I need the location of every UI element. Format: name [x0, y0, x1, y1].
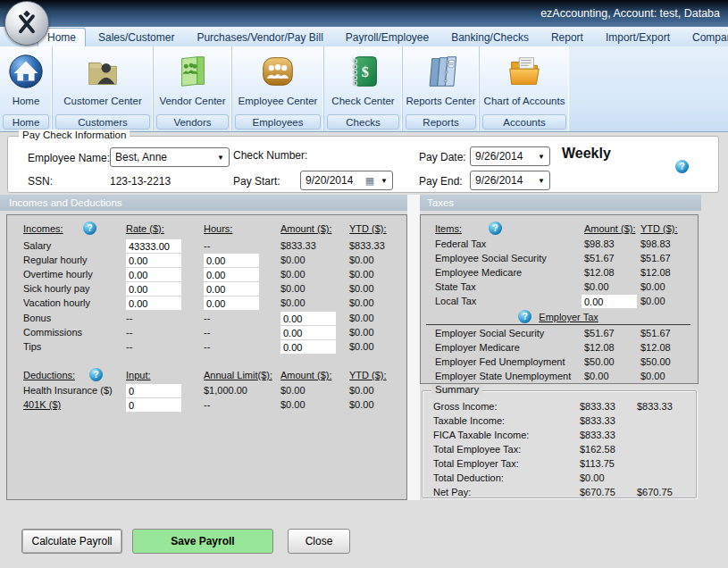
tab-payroll-employee[interactable]: Payroll/Employee	[336, 28, 439, 46]
bonus-amount-input[interactable]	[280, 312, 336, 325]
employee-name-label: Employee Name:	[28, 152, 110, 164]
rate-column-header: Rate ($):	[126, 223, 164, 234]
deductions-column-header: Deductions:	[23, 370, 75, 380]
summary-row-taxable-income: Taxable Income: $833.33	[423, 415, 696, 430]
income-row-regular-hourly: Regular hourly $0.00 $0.00	[7, 255, 406, 269]
tax-row-employer-social-security: Employer Social Security $51.67 $51.67	[421, 328, 698, 342]
svg-text:$: $	[361, 64, 368, 80]
ribbon-check-center-button[interactable]: $ Check Center Checks	[324, 46, 403, 131]
overtime-hourly-rate-input[interactable]	[126, 268, 181, 281]
pay-start-datepicker[interactable]: 9/20/2014 ▦ ▼	[300, 171, 393, 190]
incomes-section-header: Incomes and Deductions	[0, 195, 407, 211]
panel-gap	[407, 195, 420, 500]
vacation-hourly-rate-input[interactable]	[126, 297, 181, 310]
ssn-value: 123-13-2213	[110, 175, 171, 188]
save-payroll-button[interactable]: Save Payroll	[132, 529, 273, 554]
chevron-down-icon: ▼	[213, 154, 224, 162]
close-button[interactable]: Close	[288, 529, 350, 554]
ribbon-employee-center-button[interactable]: Employee Center Employees	[232, 46, 324, 131]
sick-hourly-hours-input[interactable]	[204, 282, 259, 296]
tax-row-employer-fed-unemployment: Employer Fed Unemployment $50.00 $50.00	[421, 356, 698, 371]
paycheck-legend: Pay Check Information	[19, 129, 130, 140]
reports-center-icon	[422, 48, 461, 95]
income-row-sick-hourly-pay: Sick hourly pay $0.00 $0.00	[7, 283, 406, 297]
income-row-bonus: Bonus -- -- $0.00	[7, 313, 406, 327]
tax-row-employee-medicare: Employee Medicare $12.08 $12.08	[421, 267, 698, 281]
hours-column-header: Hours:	[204, 223, 232, 234]
pay-end-label: Pay End:	[419, 175, 463, 188]
ribbon-home-button[interactable]: Home Home	[0, 46, 53, 131]
regular-hourly-rate-input[interactable]	[126, 254, 181, 267]
tax-row-state: State Tax $0.00 $0.00	[421, 281, 698, 296]
app-logo-button[interactable]	[4, 1, 49, 46]
vendor-center-icon	[173, 48, 213, 95]
employee-name-dropdown[interactable]: Best, Anne ▼	[110, 147, 230, 167]
ribbon-customer-center-button[interactable]: Customer Center Customers	[53, 46, 154, 131]
pay-date-dropdown[interactable]: 9/26/2014 ▼	[470, 146, 550, 166]
deduction-row-health-insurance: Health Insurance ($) $1,000.00 $0.00 $0.…	[7, 385, 406, 399]
summary-groupbox: Summary Gross Income: $833.33 $833.33 Ta…	[422, 390, 697, 498]
commissions-amount-input[interactable]	[280, 326, 336, 339]
app-logo-icon	[12, 8, 42, 38]
tax-row-employer-medicare: Employer Medicare $12.08 $12.08	[421, 342, 698, 356]
ribbon-caption-checks: Checks	[327, 114, 399, 129]
tab-purchases-vendor-pay-bill[interactable]: Purchases/Vendor/Pay Bill	[187, 28, 332, 46]
paycheck-help-icon[interactable]	[675, 160, 689, 173]
incomes-help-icon[interactable]	[83, 221, 96, 235]
income-row-commissions: Commissions -- -- $0.00	[7, 327, 406, 341]
deductions-help-icon[interactable]	[89, 368, 103, 381]
tab-banking-checks[interactable]: Banking/Checks	[441, 28, 539, 46]
items-column-header: Items:	[435, 223, 462, 234]
summary-legend: Summary	[431, 384, 482, 395]
check-number-input[interactable]	[321, 147, 410, 163]
ribbon-vendor-center-button[interactable]: Vendor Center Vendors	[154, 46, 232, 131]
tab-import-export[interactable]: Import/Export	[596, 28, 680, 46]
regular-hourly-hours-input[interactable]	[204, 254, 259, 267]
calculate-payroll-button[interactable]: Calculate Payroll	[21, 529, 122, 554]
sick-hourly-rate-input[interactable]	[126, 282, 181, 296]
401k-input[interactable]	[126, 398, 181, 412]
health-insurance-input[interactable]	[126, 384, 181, 397]
ribbon-chart-of-accounts-button[interactable]: Chart of Accounts Accounts	[480, 46, 569, 131]
local-tax-input[interactable]	[582, 295, 637, 308]
tab-company[interactable]: Company	[682, 28, 728, 46]
taxes-help-icon[interactable]	[489, 221, 502, 235]
ribbon-caption-employees: Employees	[235, 114, 321, 129]
ssn-label: SSN:	[28, 175, 53, 188]
pay-date-label: Pay Date:	[419, 151, 466, 163]
deduction-amount-column-header: Amount ($):	[280, 370, 331, 380]
ribbon-reports-center-button[interactable]: Reports Center Reports	[403, 46, 480, 131]
summary-row-total-employer-tax: Total Employer Tax: $113.75	[423, 458, 696, 472]
deduction-row-401k: 401K ($) -- $0.00 $0.00	[7, 399, 406, 413]
salary-rate-input[interactable]	[126, 239, 181, 253]
menu-tab-bar: Home Sales/Customer Purchases/Vendor/Pay…	[0, 27, 728, 46]
tax-amount-column-header: Amount ($):	[584, 223, 635, 234]
tips-amount-input[interactable]	[280, 340, 336, 354]
ytd-column-header: YTD ($):	[349, 223, 387, 234]
ezaccounting-window: { "window": { "title": "ezAccounting, Ac…	[0, 0, 728, 568]
income-row-overtime-hourly: Overtime hourly $0.00 $0.00	[7, 269, 406, 283]
vacation-hourly-hours-input[interactable]	[204, 297, 259, 310]
ribbon-caption-reports: Reports	[406, 114, 476, 129]
check-center-icon: $	[344, 48, 383, 95]
customer-center-icon	[82, 48, 123, 95]
chevron-down-icon: ▼	[534, 153, 545, 161]
employer-tax-help-icon[interactable]	[518, 310, 531, 323]
tax-row-employee-social-security: Employee Social Security $51.67 $51.67	[421, 253, 698, 267]
pay-start-label: Pay Start:	[233, 175, 280, 188]
paycheck-information-groupbox: Pay Check Information Employee Name: Bes…	[7, 136, 719, 193]
chart-of-accounts-icon	[505, 48, 544, 95]
pay-end-dropdown[interactable]: 9/26/2014 ▼	[470, 171, 550, 190]
401k-link[interactable]: 401K ($)	[23, 399, 61, 410]
taxes-panel: Items: Amount ($): YTD ($): Federal Tax …	[420, 214, 699, 384]
tab-sales-customer[interactable]: Sales/Customer	[88, 28, 184, 46]
summary-row-total-deduction: Total Deduction: $0.00	[423, 472, 696, 487]
input-column-header: Input:	[126, 370, 151, 380]
summary-row-net-pay: Net Pay: $670.75 $670.75	[423, 487, 696, 501]
calendar-icon: ▦	[365, 175, 374, 187]
tab-report[interactable]: Report	[541, 28, 593, 46]
income-row-vacation-hourly: Vacation hourly $0.00 $0.00	[7, 297, 406, 312]
annual-limit-column-header: Annual Limit($):	[204, 370, 272, 380]
pay-frequency-label: Weekly	[562, 146, 611, 162]
overtime-hourly-hours-input[interactable]	[204, 268, 259, 281]
